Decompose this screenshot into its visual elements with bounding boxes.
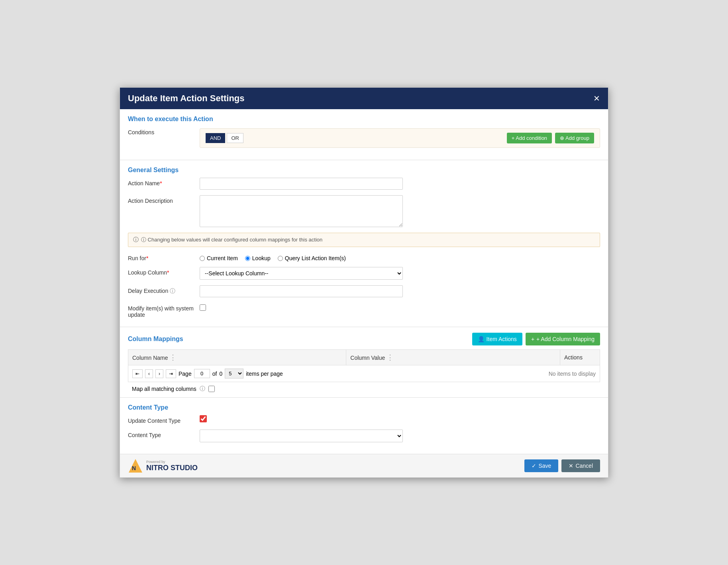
next-page-button[interactable]: › bbox=[155, 369, 163, 378]
and-button[interactable]: AND bbox=[206, 133, 225, 143]
action-name-label: Action Name* bbox=[128, 178, 200, 186]
when-section-title: When to execute this Action bbox=[128, 116, 600, 123]
update-ct-checkbox[interactable] bbox=[200, 415, 207, 422]
info-icon: ⓘ bbox=[133, 236, 139, 243]
lookup-column-label: Lookup Column* bbox=[128, 267, 200, 276]
first-page-button[interactable]: ⇤ bbox=[132, 369, 143, 378]
radio-current-item[interactable]: Current Item bbox=[200, 255, 238, 261]
column-mappings-table: Column Name ⋮ Column Value ⋮ Actions bbox=[128, 349, 600, 365]
page-of-label: of bbox=[212, 371, 217, 377]
action-name-row: Action Name* bbox=[128, 178, 600, 190]
info-box: ⓘ ⓘ Changing below values will clear con… bbox=[128, 233, 600, 247]
content-type-label: Content Type bbox=[128, 430, 200, 438]
modify-checkbox[interactable] bbox=[200, 304, 206, 311]
run-for-label: Run for* bbox=[128, 253, 200, 261]
col-name-dots[interactable]: ⋮ bbox=[169, 353, 177, 361]
modal-title: Update Item Action Settings bbox=[128, 93, 245, 104]
page-total: 0 bbox=[219, 371, 222, 377]
run-for-options: Current Item Lookup Query List Action It… bbox=[200, 253, 346, 261]
close-button[interactable]: ✕ bbox=[593, 94, 600, 103]
add-column-label: + Add Column Mapping bbox=[536, 336, 595, 342]
general-section-title: General Settings bbox=[128, 167, 600, 174]
add-group-button[interactable]: ⊕ Add group bbox=[555, 133, 594, 143]
map-info-icon[interactable]: ⓘ bbox=[200, 385, 205, 392]
modal-body: When to execute this Action Conditions A… bbox=[120, 109, 608, 454]
or-button[interactable]: OR bbox=[227, 133, 243, 143]
modal-dialog: Update Item Action Settings ✕ When to ex… bbox=[120, 87, 608, 478]
nitro-logo-icon: N bbox=[128, 458, 143, 473]
cancel-label: Cancel bbox=[575, 463, 593, 469]
delay-execution-label: Delay Execution ⓘ bbox=[128, 285, 200, 295]
radio-query-list-label: Query List Action Item(s) bbox=[285, 255, 346, 261]
save-button[interactable]: ✓ Save bbox=[524, 459, 558, 472]
radio-current-item-label: Current Item bbox=[207, 255, 238, 261]
item-actions-button[interactable]: 👤 Item Actions bbox=[472, 333, 522, 345]
action-name-input[interactable] bbox=[200, 178, 403, 190]
radio-lookup-label: Lookup bbox=[252, 255, 271, 261]
items-per-page-select[interactable]: 5 10 bbox=[225, 369, 243, 379]
action-description-label: Action Description bbox=[128, 195, 200, 204]
conditions-actions: + Add condition ⊕ Add group bbox=[507, 133, 594, 143]
modal-footer: N Powered by NITRO STUDIO ✓ Save ✕ Cance… bbox=[120, 454, 608, 477]
nitro-logo: N Powered by NITRO STUDIO bbox=[128, 458, 198, 473]
modify-checkbox-container bbox=[200, 303, 206, 311]
action-description-textarea[interactable] bbox=[200, 195, 403, 227]
add-column-button[interactable]: + + Add Column Mapping bbox=[526, 333, 600, 345]
modify-row: Modify item(s) with system update bbox=[128, 303, 600, 318]
delay-execution-input[interactable] bbox=[200, 285, 403, 297]
info-message: ⓘ Changing below values will clear confi… bbox=[141, 236, 322, 243]
cancel-button[interactable]: ✕ Cancel bbox=[561, 459, 600, 472]
svg-text:N: N bbox=[132, 465, 136, 471]
radio-query-list[interactable]: Query List Action Item(s) bbox=[278, 255, 346, 261]
check-icon: ✓ bbox=[532, 463, 536, 469]
page-label: Page bbox=[179, 371, 192, 377]
map-matching-checkbox[interactable] bbox=[208, 386, 215, 392]
lookup-column-select[interactable]: --Select Lookup Column-- bbox=[200, 267, 403, 280]
col-actions-header: Actions bbox=[560, 350, 600, 365]
col-value-dots[interactable]: ⋮ bbox=[387, 353, 394, 361]
conditions-label: Conditions bbox=[128, 127, 200, 135]
col-value-header: Column Value ⋮ bbox=[346, 350, 560, 365]
prev-page-button[interactable]: ‹ bbox=[145, 369, 153, 378]
x-icon: ✕ bbox=[569, 463, 573, 469]
content-type-section: Content Type Update Content Type Content… bbox=[120, 398, 608, 454]
grid-container: Column Name ⋮ Column Value ⋮ Actions bbox=[120, 349, 608, 397]
lookup-column-row: Lookup Column* --Select Lookup Column-- bbox=[128, 267, 600, 280]
conditions-container: AND OR + Add condition ⊕ Add group bbox=[200, 127, 600, 148]
content-type-title: Content Type bbox=[128, 404, 600, 411]
delay-execution-row: Delay Execution ⓘ bbox=[128, 285, 600, 297]
run-for-row: Run for* Current Item Lookup Query List … bbox=[128, 253, 600, 261]
content-type-row: Content Type bbox=[128, 430, 600, 442]
update-ct-row: Update Content Type bbox=[128, 415, 600, 424]
action-description-row: Action Description bbox=[128, 195, 600, 227]
no-items-label: No items to display bbox=[549, 371, 596, 377]
add-condition-button[interactable]: + Add condition bbox=[507, 133, 552, 143]
when-section: When to execute this Action Conditions A… bbox=[120, 109, 608, 160]
nitro-text: Powered by NITRO STUDIO bbox=[146, 460, 198, 472]
modal-header: Update Item Action Settings ✕ bbox=[120, 88, 608, 109]
last-page-button[interactable]: ⇥ bbox=[166, 369, 176, 378]
conditions-area: AND OR + Add condition ⊕ Add group bbox=[200, 128, 600, 148]
save-label: Save bbox=[538, 463, 551, 469]
person-icon: 👤 bbox=[478, 336, 485, 342]
radio-query-list-input[interactable] bbox=[278, 256, 283, 261]
pagination: ⇤ ‹ › ⇥ Page of 0 5 10 items per page No… bbox=[128, 365, 600, 382]
table-header-row: Column Name ⋮ Column Value ⋮ Actions bbox=[128, 350, 600, 365]
general-section: General Settings Action Name* Action Des… bbox=[120, 160, 608, 327]
radio-current-item-input[interactable] bbox=[200, 256, 205, 261]
footer-buttons: ✓ Save ✕ Cancel bbox=[524, 459, 600, 472]
map-matching-label: Map all matching columns bbox=[132, 386, 196, 392]
conditions-row: Conditions AND OR + Add condition ⊕ Add … bbox=[128, 127, 600, 148]
content-type-select[interactable] bbox=[200, 430, 403, 442]
nitro-studio-label: NITRO STUDIO bbox=[146, 464, 198, 472]
radio-lookup[interactable]: Lookup bbox=[245, 255, 271, 261]
map-matching-row: Map all matching columns ⓘ bbox=[128, 382, 600, 397]
delay-info-icon[interactable]: ⓘ bbox=[170, 288, 175, 294]
conditions-logic: AND OR bbox=[206, 133, 243, 143]
column-mappings-actions: 👤 Item Actions + + Add Column Mapping bbox=[472, 333, 600, 345]
radio-lookup-input[interactable] bbox=[245, 256, 250, 261]
modify-label: Modify item(s) with system update bbox=[128, 303, 200, 318]
column-mappings-title: Column Mappings bbox=[128, 335, 183, 343]
update-ct-label: Update Content Type bbox=[128, 415, 200, 424]
page-input[interactable] bbox=[194, 369, 210, 378]
